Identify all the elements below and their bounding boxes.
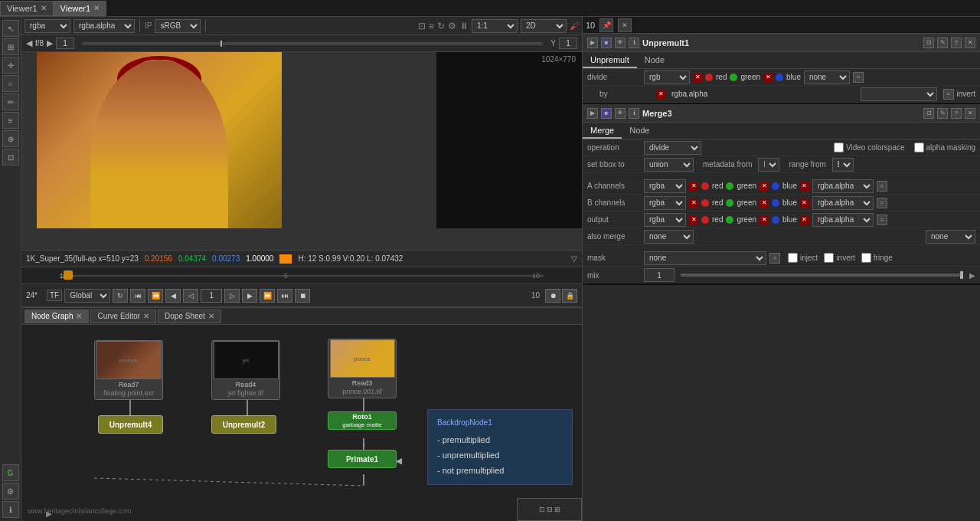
- unpremult1-scope-btn[interactable]: 👁: [615, 38, 626, 48]
- tf-select[interactable]: TF: [47, 290, 62, 301]
- mask-eq-btn[interactable]: =: [769, 253, 780, 264]
- b-alpha-x-btn[interactable]: ✕: [800, 198, 809, 208]
- a-blue-x-btn[interactable]: ✕: [760, 182, 769, 191]
- expand-btn[interactable]: ▽: [571, 254, 577, 263]
- unpremult1-zoom-btn[interactable]: ⊡: [923, 38, 934, 48]
- global-select[interactable]: Global: [64, 289, 110, 303]
- by-x-btn[interactable]: ✕: [656, 90, 665, 99]
- tool-g[interactable]: G: [2, 464, 19, 481]
- also-merge-select1[interactable]: none: [644, 230, 694, 244]
- bbox-select[interactable]: union: [644, 158, 694, 172]
- video-colorspace-checkbox[interactable]: [834, 143, 844, 152]
- tool-gear[interactable]: ⚙: [2, 483, 19, 500]
- colorspace-select[interactable]: sRGB: [155, 19, 201, 33]
- output-select[interactable]: rgba: [644, 213, 686, 227]
- b-eq-btn[interactable]: =: [877, 198, 887, 208]
- out-alpha-select[interactable]: rgba.alpha: [812, 213, 874, 227]
- recycle-btn[interactable]: ↻: [113, 289, 128, 303]
- tab-dope-sheet[interactable]: Dope Sheet ✕: [158, 310, 221, 323]
- metadata-select[interactable]: B: [758, 158, 779, 172]
- curve-editor-close[interactable]: ✕: [143, 312, 149, 320]
- channel-select[interactable]: rgba: [24, 19, 70, 33]
- forward-btn[interactable]: ▶: [242, 289, 257, 303]
- node-read7[interactable]: texture Read7 floating point.exr: [94, 340, 163, 400]
- out-x-btn[interactable]: ✕: [689, 215, 698, 224]
- node-read3[interactable]: prince Read3 prince.001.tif: [328, 339, 397, 398]
- divide-x-btn[interactable]: ✕: [693, 73, 702, 82]
- prev-btn[interactable]: ◀: [165, 289, 181, 303]
- tool-pen[interactable]: ✏: [2, 93, 19, 110]
- step-last-btn[interactable]: ⏭: [277, 289, 292, 303]
- unpremult1-color-btn[interactable]: ■: [601, 38, 612, 48]
- node-unpremult4[interactable]: Unpremult4: [98, 415, 163, 434]
- fringe-checkbox[interactable]: [861, 253, 871, 263]
- alpha-select[interactable]: rgba.alpha: [74, 19, 135, 33]
- unpremult1-edit-btn[interactable]: ✎: [937, 38, 948, 48]
- tab-viewer1a[interactable]: Viewer1 ✕: [0, 1, 54, 16]
- subtab-unpremult[interactable]: Unpremult: [583, 52, 637, 68]
- tool-cursor[interactable]: ✛: [2, 57, 19, 74]
- invert-select[interactable]: [861, 87, 937, 101]
- unpremult1-close-btn[interactable]: ✕: [965, 38, 975, 48]
- none-select1[interactable]: none: [804, 70, 850, 84]
- inject-check[interactable]: inject: [788, 253, 818, 263]
- also-merge-select2[interactable]: none: [926, 230, 975, 244]
- tool-arrow[interactable]: ↖: [2, 20, 19, 37]
- video-colorspace-check[interactable]: Video colorspace: [834, 143, 905, 152]
- a-eq-btn[interactable]: =: [877, 181, 887, 192]
- node-roto1[interactable]: Roto1 garbage matte: [328, 411, 397, 430]
- ff-btn[interactable]: ⏩: [260, 289, 275, 303]
- next-frame-btn[interactable]: ▶: [47, 38, 53, 48]
- a-alpha-select[interactable]: rgba.alpha: [812, 179, 874, 193]
- merge3-color-btn[interactable]: ■: [601, 108, 612, 119]
- operation-select[interactable]: divide: [644, 141, 701, 155]
- alpha-masking-check[interactable]: alpha masking: [914, 143, 975, 152]
- node-unpremult2[interactable]: Unpremult2: [211, 415, 276, 434]
- lock-btn[interactable]: 🔒: [562, 289, 577, 303]
- range-select[interactable]: B: [832, 158, 854, 172]
- prev-frame-btn[interactable]: ◀: [26, 38, 32, 48]
- merge3-scope-btn[interactable]: 👁: [615, 108, 626, 119]
- tab-viewer1b[interactable]: Viewer1 ✕: [54, 1, 107, 16]
- b-blue-x-btn[interactable]: ✕: [760, 198, 769, 208]
- step-first-btn[interactable]: ⏮: [130, 289, 145, 303]
- invert-eq-btn[interactable]: =: [943, 89, 954, 100]
- frame-num-field[interactable]: 1: [56, 38, 74, 49]
- invert-checkbox2[interactable]: [824, 253, 834, 263]
- out-eq-btn[interactable]: =: [877, 215, 887, 225]
- a-alpha-x-btn[interactable]: ✕: [800, 182, 809, 191]
- subtab-node1[interactable]: Node: [637, 52, 672, 68]
- mini-icon2[interactable]: ⊟: [547, 506, 553, 513]
- zoom-select[interactable]: 1:1: [472, 19, 518, 33]
- tool-circle[interactable]: ○: [2, 75, 19, 92]
- invert-check2[interactable]: invert: [824, 253, 854, 263]
- subtab-node2[interactable]: Node: [622, 123, 657, 139]
- b-channels-select[interactable]: rgba: [644, 196, 686, 210]
- props-pin-btn[interactable]: 📌: [599, 18, 613, 32]
- subtab-merge[interactable]: Merge: [583, 123, 622, 139]
- tool-nodes[interactable]: ⊡: [2, 149, 19, 165]
- mini-icon3[interactable]: ⊞: [554, 506, 560, 513]
- stop-btn[interactable]: ⏹: [295, 289, 310, 303]
- divide-select[interactable]: rgb: [644, 70, 690, 84]
- unpremult1-vis-btn[interactable]: ▶: [587, 38, 598, 48]
- a-channels-select[interactable]: rgba: [644, 179, 686, 193]
- play-btn[interactable]: ▷: [224, 289, 240, 303]
- record-btn[interactable]: ⏺: [545, 289, 560, 303]
- tool-info[interactable]: ℹ: [2, 501, 19, 518]
- eq-btn1[interactable]: =: [853, 72, 864, 83]
- tab-close-icon[interactable]: ✕: [93, 4, 100, 12]
- view-mode-select[interactable]: 2D: [521, 19, 567, 33]
- unpremult1-q-btn[interactable]: ?: [951, 38, 962, 48]
- node-read4[interactable]: jet Read4 jet fighter.tif: [211, 340, 280, 400]
- merge3-info-btn[interactable]: ℹ: [629, 108, 639, 119]
- tab-node-graph[interactable]: Node Graph ✕: [24, 310, 89, 323]
- mix-slider[interactable]: [681, 274, 963, 277]
- alpha-masking-checkbox[interactable]: [914, 143, 924, 152]
- b-x-btn[interactable]: ✕: [689, 198, 698, 208]
- tool-layers[interactable]: ≡: [2, 112, 19, 129]
- mask-select[interactable]: none: [644, 251, 766, 265]
- tab-close-icon[interactable]: ✕: [41, 4, 47, 12]
- y-value-field[interactable]: 1: [559, 38, 577, 49]
- dope-sheet-close[interactable]: ✕: [208, 312, 214, 320]
